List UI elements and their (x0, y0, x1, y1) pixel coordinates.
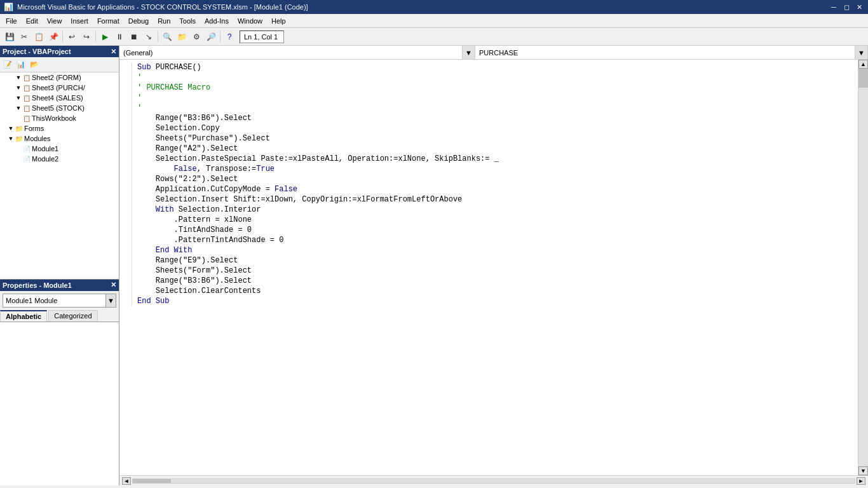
properties-combo-text: Module1 Module (3, 297, 105, 304)
proc-dropdown-arrow[interactable]: ▼ (855, 46, 867, 59)
pause-button[interactable]: ⏸ (112, 30, 126, 44)
tree-item[interactable]: ▼📋Sheet5 (STOCK) (0, 103, 119, 113)
properties-button[interactable]: ⚙ (189, 30, 203, 44)
help-button[interactable]: ? (222, 30, 236, 44)
menu-item-view[interactable]: View (43, 15, 67, 27)
code-line: Range("B3:B6").Select (122, 113, 855, 123)
close-button[interactable]: ✕ (854, 3, 864, 11)
code-line-gutter (122, 296, 132, 306)
properties-combo-arrow[interactable]: ▼ (105, 294, 116, 307)
project-tree[interactable]: ▼📋Sheet2 (FORM)▼📋Sheet3 (PURCH/▼📋Sheet4 … (0, 72, 119, 280)
vscroll-down-button[interactable]: ▼ (858, 466, 868, 475)
toolbar-separator-3 (158, 31, 158, 43)
code-bottom-bar: ◄ ► (119, 475, 868, 485)
restore-button[interactable]: ◻ (841, 3, 851, 11)
minimize-button[interactable]: ─ (829, 3, 839, 11)
code-line-gutter (122, 276, 132, 286)
tree-item[interactable]: ▼📋Sheet2 (FORM) (0, 72, 119, 83)
tree-item-label: Forms (24, 125, 44, 132)
tree-expand-icon[interactable]: ▼ (15, 105, 22, 111)
view-code-button[interactable]: 📝 (1, 59, 14, 71)
code-line-text: Range("E9").Select (137, 255, 238, 266)
paste-button[interactable]: 📌 (46, 30, 60, 44)
proc-dropdown[interactable]: PURCHASE ▼ (475, 46, 868, 59)
code-line: With Selection.Interior (122, 205, 855, 215)
view-object-button[interactable]: 📊 (15, 59, 27, 71)
code-line-text: False, Transpose:=True (137, 164, 275, 174)
properties-combo[interactable]: Module1 Module ▼ (3, 294, 116, 308)
tree-item[interactable]: 📄Module2 (0, 154, 119, 164)
menu-item-file[interactable]: File (1, 15, 22, 27)
project-panel-close[interactable]: ✕ (111, 48, 116, 56)
code-line-text: Application.CutCopyMode = False (137, 184, 297, 194)
tab-alphabetic[interactable]: Alphabetic (0, 310, 47, 322)
tree-expand-icon[interactable]: ▼ (8, 135, 14, 142)
hscroll-right-button[interactable]: ► (857, 477, 865, 485)
object-browser-button[interactable]: 🔎 (204, 30, 218, 44)
code-line-gutter (122, 266, 132, 276)
tree-item[interactable]: ▼📁Forms (0, 123, 119, 133)
run-button[interactable]: ▶ (98, 30, 112, 44)
tree-expand-icon[interactable]: ▼ (15, 95, 22, 101)
menu-item-add-ins[interactable]: Add-Ins (200, 15, 233, 27)
code-line: False, Transpose:=True (122, 164, 855, 174)
vscroll-up-button[interactable]: ▲ (858, 60, 868, 69)
toggle-folders-button[interactable]: 📂 (28, 59, 41, 71)
project-explorer-button[interactable]: 📁 (175, 30, 189, 44)
menu-item-help[interactable]: Help (267, 15, 290, 27)
code-line-text: With Selection.Interior (137, 205, 261, 215)
code-line-gutter (122, 113, 132, 123)
hscroll-left-button[interactable]: ◄ (122, 477, 131, 485)
tree-item[interactable]: ▼📋Sheet3 (PURCH/ (0, 83, 119, 93)
hscroll-track[interactable] (132, 478, 855, 484)
project-panel-header: Project - VBAProject ✕ (0, 46, 119, 57)
undo-button[interactable]: ↩ (65, 30, 79, 44)
menu-item-format[interactable]: Format (93, 15, 124, 27)
tree-expand-icon[interactable]: ▼ (15, 85, 22, 91)
code-line-gutter (122, 133, 132, 144)
menu-item-tools[interactable]: Tools (175, 15, 200, 27)
tree-item-icon: 📄 (23, 146, 31, 152)
context-dropdown-arrow[interactable]: ▼ (462, 46, 475, 59)
code-line-gutter (122, 235, 132, 245)
tree-item[interactable]: ▼📁Modules (0, 133, 119, 144)
properties-panel-close[interactable]: ✕ (111, 281, 116, 289)
tree-item[interactable]: 📋ThisWorkbook (0, 113, 119, 123)
redo-button[interactable]: ↪ (79, 30, 93, 44)
menu-item-window[interactable]: Window (233, 15, 267, 27)
tree-expand-icon[interactable]: ▼ (8, 125, 14, 132)
cut-button[interactable]: ✂ (17, 30, 31, 44)
code-line: Selection.Copy (122, 123, 855, 133)
save-button[interactable]: 💾 (3, 30, 17, 44)
vscroll-thumb[interactable] (858, 69, 868, 88)
hscroll-thumb[interactable] (133, 479, 171, 483)
tree-item-icon: 📄 (23, 156, 31, 163)
tab-categorized[interactable]: Categorized (48, 310, 97, 322)
code-line: Rows("2:2").Select (122, 174, 855, 184)
menu-item-debug[interactable]: Debug (124, 15, 153, 27)
step-button[interactable]: ↘ (142, 30, 156, 44)
stop-button[interactable]: ⏹ (127, 30, 141, 44)
tree-item-label: Sheet4 (SALES) (32, 94, 83, 102)
code-line-text: ' (137, 103, 142, 113)
menu-item-insert[interactable]: Insert (66, 15, 93, 27)
code-line: ' (122, 103, 855, 113)
tree-item[interactable]: ▼📋Sheet4 (SALES) (0, 93, 119, 103)
code-line-gutter (122, 215, 132, 225)
code-line: Sheets("Form").Select (122, 266, 855, 276)
code-line-text: Rows("2:2").Select (137, 174, 238, 184)
find-button[interactable]: 🔍 (160, 30, 174, 44)
menu-item-edit[interactable]: Edit (22, 15, 43, 27)
copy-button[interactable]: 📋 (32, 30, 46, 44)
code-line: Range("B3:B6").Select (122, 276, 855, 286)
tree-item-label: Sheet2 (FORM) (32, 74, 81, 81)
menu-item-run[interactable]: Run (153, 15, 175, 27)
properties-panel: Properties - Module1 ✕ Module1 Module ▼ … (0, 280, 119, 486)
vscroll-track[interactable] (858, 69, 868, 466)
tree-expand-icon[interactable]: ▼ (15, 74, 22, 81)
context-dropdown[interactable]: (General) ▼ (119, 46, 475, 59)
code-editor[interactable]: Sub PURCHASE()'' PURCHASE Macro'' Range(… (119, 60, 858, 475)
code-line-text: ' (137, 93, 142, 103)
ln-col-text: Ln 1, Col 1 (244, 33, 278, 41)
tree-item[interactable]: 📄Module1 (0, 144, 119, 154)
